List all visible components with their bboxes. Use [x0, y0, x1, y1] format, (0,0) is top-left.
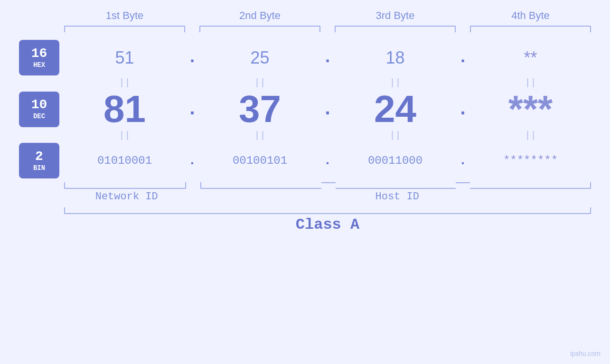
hex-byte2: 25 [199, 48, 320, 68]
dec-badge: 10 DEC [19, 92, 59, 127]
bottom-brackets-row [19, 182, 591, 189]
class-label-row: Class A [19, 216, 591, 233]
dec-byte4: *** [470, 90, 591, 128]
bin-row: 2 BIN 01010001 . 00100101 . 00011000 . *… [19, 143, 591, 178]
eq1-b1: || [64, 77, 185, 88]
byte4-header: 4th Byte [470, 9, 591, 22]
byte-headers-row: 1st Byte 2nd Byte 3rd Byte 4th Byte [19, 9, 591, 22]
eq1-b4: || [470, 77, 591, 88]
bin-base-number: 2 [35, 150, 43, 163]
equals-row-1: || || || || [19, 77, 591, 88]
hex-byte4: ** [470, 48, 591, 68]
id-labels-row: Network ID Host ID [19, 191, 591, 203]
hex-base-number: 16 [31, 47, 47, 60]
dec-row: 10 DEC 81 . 37 . 24 . *** [19, 90, 591, 128]
dec-dot3: . [456, 99, 470, 120]
byte1-header: 1st Byte [64, 9, 185, 22]
dec-byte3: 24 [335, 90, 456, 128]
bracket-byte1 [64, 26, 185, 32]
dec-byte2: 37 [199, 90, 320, 128]
hex-dot2: . [320, 48, 335, 67]
hex-row: 16 HEX 51 . 25 . 18 . ** [19, 40, 591, 75]
dec-dot1: . [185, 99, 199, 120]
hex-dot1: . [185, 48, 199, 67]
network-id-label: Network ID [64, 191, 189, 203]
bin-byte2: 00100101 [199, 154, 320, 167]
hex-base-label: HEX [33, 61, 45, 69]
eq2-b3: || [335, 130, 456, 141]
bracket-byte2 [199, 26, 320, 32]
bottom-bracket-span1 [321, 182, 336, 183]
class-bracket-row [19, 207, 591, 214]
bin-byte1: 01010001 [64, 154, 185, 167]
bottom-bracket-byte2-start [200, 182, 321, 189]
eq2-b4: || [470, 130, 591, 141]
class-label: Class A [296, 216, 359, 233]
eq1-b3: || [335, 77, 456, 88]
eq2-b2: || [199, 130, 320, 141]
dec-base-number: 10 [31, 98, 47, 112]
watermark: ipshu.com [570, 350, 601, 357]
dec-base-label: DEC [33, 112, 45, 120]
host-id-label: Host ID [203, 191, 591, 203]
equals-row-2: || || || || [19, 130, 591, 141]
hex-dot3: . [456, 48, 470, 67]
bin-base-label: BIN [33, 164, 45, 172]
top-brackets-row [19, 26, 591, 32]
byte2-header: 2nd Byte [199, 9, 320, 22]
class-bracket [64, 207, 591, 214]
bottom-bracket-byte1 [64, 182, 186, 189]
hex-byte1: 51 [64, 48, 185, 68]
byte3-header: 3rd Byte [335, 9, 456, 22]
bin-byte4: ******** [470, 154, 591, 167]
dec-dot2: . [320, 99, 335, 120]
hex-badge: 16 HEX [19, 40, 59, 75]
bin-dot2: . [320, 153, 335, 168]
bin-badge: 2 BIN [19, 143, 59, 178]
bin-byte3: 00011000 [335, 154, 456, 167]
bin-dot1: . [185, 153, 199, 168]
bottom-bracket-byte3-mid [336, 182, 456, 189]
bottom-bracket-span2 [456, 182, 470, 183]
main-container: 1st Byte 2nd Byte 3rd Byte 4th Byte 16 H… [0, 0, 610, 364]
dec-byte1: 81 [64, 90, 185, 128]
bracket-byte4 [470, 26, 591, 32]
bin-dot3: . [456, 153, 470, 168]
eq2-b1: || [64, 130, 185, 141]
bottom-bracket-byte4-end [470, 182, 591, 189]
eq1-b2: || [199, 77, 320, 88]
bracket-byte3 [335, 26, 456, 32]
hex-byte3: 18 [335, 48, 456, 68]
